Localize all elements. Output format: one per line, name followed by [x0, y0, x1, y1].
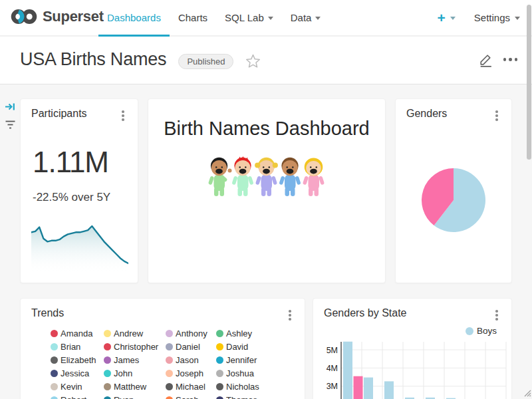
- legend-item-joshua[interactable]: Joshua: [216, 366, 299, 380]
- legend-swatch: [51, 343, 58, 350]
- legend-label: Thomas: [226, 395, 257, 399]
- chart-title: Trends: [31, 307, 64, 319]
- legend-item-matthew[interactable]: Matthew: [104, 380, 166, 393]
- legend-item-brian[interactable]: Brian: [51, 340, 104, 353]
- legend-label: Ashley: [226, 329, 252, 338]
- legend-swatch: [166, 330, 173, 337]
- resize-grip-icon[interactable]: [521, 387, 531, 397]
- chevron-down-icon: [315, 17, 321, 20]
- legend-swatch: [104, 383, 111, 390]
- card-genders: Genders: [395, 98, 512, 283]
- legend-swatch: [166, 383, 173, 390]
- kids-illustration: [208, 156, 325, 203]
- legend-label: Michael: [176, 382, 205, 392]
- kebab-menu-icon[interactable]: [494, 109, 499, 122]
- legend-item-david[interactable]: David: [216, 340, 299, 353]
- legend-item-amanda[interactable]: Amanda: [51, 327, 104, 340]
- legend-item-jessica[interactable]: Jessica: [51, 366, 104, 380]
- chevron-down-icon: [268, 17, 273, 20]
- genders-pie-chart: [420, 167, 487, 233]
- y-tick-label: 5M: [327, 346, 338, 355]
- legend-label: Boys: [477, 326, 497, 336]
- legend-swatch: [166, 396, 173, 399]
- legend-label: Elizabeth: [61, 355, 96, 365]
- legend-item-ryan[interactable]: Ryan: [104, 393, 166, 399]
- legend-swatch: [104, 356, 111, 364]
- legend-item-nicholas[interactable]: Nicholas: [216, 380, 299, 393]
- vertical-scrollbar[interactable]: [527, 5, 531, 160]
- legend-swatch: [216, 383, 223, 390]
- published-badge[interactable]: Published: [178, 54, 233, 69]
- legend-swatch: [104, 396, 111, 399]
- genders-by-state-bar-chart: 5M4M3M: [313, 336, 511, 399]
- trend-caption: -22.5% over 5Y: [33, 191, 110, 204]
- legend-item-michael[interactable]: Michael: [166, 380, 216, 393]
- legend-swatch: [51, 330, 58, 337]
- bar-boys[interactable]: [364, 378, 373, 399]
- participants-sparkline-chart: [31, 221, 128, 273]
- legend-label: John: [114, 368, 132, 378]
- settings-menu[interactable]: Settings: [474, 12, 520, 23]
- legend-item-thomas[interactable]: Thomas: [216, 393, 299, 399]
- legend-label: Robert: [61, 395, 86, 399]
- legend-label: Andrew: [114, 329, 143, 338]
- legend-item-elizabeth[interactable]: Elizabeth: [51, 353, 104, 366]
- bar-boys[interactable]: [384, 381, 394, 399]
- legend-item-robert[interactable]: Robert: [51, 393, 104, 399]
- legend-label: James: [114, 355, 139, 365]
- kebab-menu-icon[interactable]: [287, 309, 293, 322]
- settings-label: Settings: [474, 12, 510, 23]
- legend-swatch: [216, 343, 223, 350]
- legend-swatch: [51, 356, 58, 364]
- legend-label: Kevin: [61, 382, 82, 392]
- legend-label: Daniel: [176, 342, 200, 352]
- bar-boys[interactable]: [343, 342, 352, 399]
- edit-pencil-icon[interactable]: [477, 51, 494, 68]
- card-genders-by-state: Genders by State Boys 5M4M3M: [313, 298, 512, 399]
- legend-item-john[interactable]: John: [104, 366, 166, 380]
- favorite-star-icon[interactable]: [245, 53, 261, 68]
- legend-swatch: [216, 396, 223, 399]
- y-tick-label: 4M: [327, 364, 338, 373]
- legend-item-james[interactable]: James: [104, 353, 166, 366]
- nav-item-label: Charts: [178, 12, 207, 23]
- chevron-down-icon: [515, 17, 520, 20]
- legend-item-andrew[interactable]: Andrew: [104, 327, 166, 340]
- legend-item-christopher[interactable]: Christopher: [104, 340, 166, 353]
- legend-item-daniel[interactable]: Daniel: [166, 340, 216, 353]
- legend-item-anthony[interactable]: Anthony: [166, 327, 216, 340]
- legend-swatch: [51, 383, 58, 390]
- kebab-menu-icon[interactable]: [494, 309, 499, 322]
- superset-logo[interactable]: Superset: [10, 7, 104, 27]
- legend-item-boys[interactable]: Boys: [466, 326, 497, 336]
- card-markdown-header: Birth Names Dashboard: [148, 98, 386, 283]
- nav-item-dashboards[interactable]: Dashboards: [98, 0, 170, 35]
- bar-girls[interactable]: [354, 376, 363, 399]
- legend-label: Sarah: [176, 395, 199, 399]
- legend-item-jason[interactable]: Jason: [166, 353, 216, 366]
- filter-list-icon[interactable]: [4, 120, 17, 130]
- nav-item-sql-lab[interactable]: SQL Lab: [216, 0, 282, 35]
- legend-item-ashley[interactable]: Ashley: [216, 327, 299, 340]
- legend-label: Anthony: [176, 329, 207, 338]
- legend-label: Brian: [61, 342, 80, 352]
- more-options-icon[interactable]: [503, 58, 518, 61]
- new-item-button[interactable]: +: [438, 11, 456, 25]
- page-title: USA Births Names: [20, 49, 166, 70]
- legend-swatch: [51, 396, 58, 399]
- legend-label: Joseph: [176, 368, 203, 378]
- nav-item-data[interactable]: Data: [282, 0, 330, 35]
- nav-item-charts[interactable]: Charts: [170, 0, 216, 35]
- nav-item-label: SQL Lab: [225, 12, 264, 23]
- chevron-down-icon: [450, 17, 456, 20]
- expand-filter-bar-icon[interactable]: [5, 101, 16, 112]
- chart-title: Genders by State: [324, 307, 407, 319]
- legend-item-jennifer[interactable]: Jennifer: [216, 353, 299, 366]
- legend-label: Nicholas: [226, 382, 259, 392]
- legend-item-sarah[interactable]: Sarah: [166, 393, 216, 399]
- kebab-menu-icon[interactable]: [120, 109, 126, 122]
- legend-item-joseph[interactable]: Joseph: [166, 366, 216, 380]
- chart-title: Participants: [31, 108, 87, 120]
- legend-item-kevin[interactable]: Kevin: [51, 380, 104, 393]
- y-tick-label: 3M: [327, 382, 338, 391]
